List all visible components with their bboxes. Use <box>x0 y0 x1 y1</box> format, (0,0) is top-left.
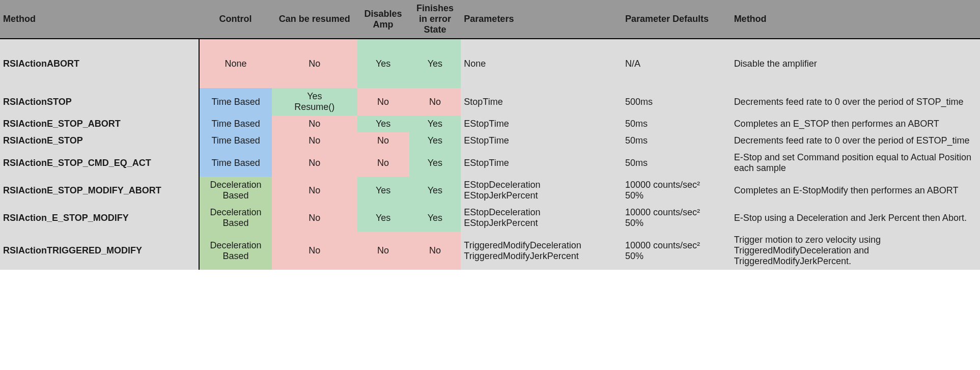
method-name: RSIActionE_STOP_ABORT <box>0 116 199 132</box>
header-finishes: Finishes in error State <box>409 0 461 39</box>
header-disables: Disables Amp <box>357 0 409 39</box>
cell-disables: Yes <box>357 177 409 204</box>
cell-disables: No <box>357 232 409 270</box>
cell-defaults: N/A <box>622 39 731 88</box>
method-name: RSIActionE_STOP_MODIFY_ABORT <box>0 177 199 204</box>
cell-control: None <box>199 39 272 88</box>
cell-resumed: No <box>272 132 357 149</box>
header-method: Method <box>0 0 199 39</box>
cell-control: DecelerationBased <box>199 204 272 232</box>
cell-defaults: 500ms <box>622 88 731 116</box>
cell-defaults: 50ms <box>622 132 731 149</box>
cell-description: E-Stop and set Command position equal to… <box>731 149 980 177</box>
cell-control: DecelerationBased <box>199 232 272 270</box>
method-name: RSIActionTRIGGERED_MODIFY <box>0 232 199 270</box>
methods-table: Method Control Can be resumed Disables A… <box>0 0 980 270</box>
cell-disables: Yes <box>357 39 409 88</box>
cell-resumed: No <box>272 204 357 232</box>
cell-defaults: 50ms <box>622 149 731 177</box>
table-row: RSIActionE_STOP_MODIFY_ABORTDeceleration… <box>0 177 980 204</box>
cell-parameters: EStopTime <box>461 149 622 177</box>
cell-resumed: No <box>272 39 357 88</box>
cell-finishes: Yes <box>409 204 461 232</box>
cell-control: Time Based <box>199 149 272 177</box>
cell-description: E-Stop using a Deceleration and Jerk Per… <box>731 204 980 232</box>
cell-description: Completes an E_STOP then performes an AB… <box>731 116 980 132</box>
method-name: RSIActionE_STOP <box>0 132 199 149</box>
header-params: Parameters <box>461 0 622 39</box>
cell-disables: No <box>357 132 409 149</box>
table-row: RSIActionE_STOP_CMD_EQ_ACTTime BasedNoNo… <box>0 149 980 177</box>
cell-finishes: Yes <box>409 149 461 177</box>
cell-disables: Yes <box>357 204 409 232</box>
cell-parameters: EStopTime <box>461 132 622 149</box>
cell-defaults: 50ms <box>622 116 731 132</box>
cell-control: Time Based <box>199 116 272 132</box>
cell-disables: No <box>357 149 409 177</box>
table-row: RSIActionE_STOP_ABORTTime BasedNoYesYesE… <box>0 116 980 132</box>
cell-defaults: 10000 counts/sec²50% <box>622 232 731 270</box>
method-name: RSIActionABORT <box>0 39 199 88</box>
cell-parameters: None <box>461 39 622 88</box>
cell-finishes: Yes <box>409 116 461 132</box>
table-row: RSIActionTRIGGERED_MODIFYDecelerationBas… <box>0 232 980 270</box>
cell-finishes: Yes <box>409 132 461 149</box>
table-row: RSIAction_E_STOP_MODIFYDecelerationBased… <box>0 204 980 232</box>
cell-finishes: No <box>409 88 461 116</box>
cell-finishes: No <box>409 232 461 270</box>
table-row: RSIActionABORTNoneNoYesYesNoneN/ADisable… <box>0 39 980 88</box>
cell-disables: No <box>357 88 409 116</box>
cell-parameters: TriggeredModifyDecelerationTriggeredModi… <box>461 232 622 270</box>
cell-description: Decrements feed rate to 0 over the perio… <box>731 88 980 116</box>
table-row: RSIActionSTOPTime BasedYesResume()NoNoSt… <box>0 88 980 116</box>
cell-parameters: EStopDecelerationEStopJerkPercent <box>461 204 622 232</box>
cell-description: Disable the amplifier <box>731 39 980 88</box>
cell-resumed: No <box>272 116 357 132</box>
cell-disables: Yes <box>357 116 409 132</box>
cell-description: Trigger motion to zero velocity using Tr… <box>731 232 980 270</box>
cell-control: DecelerationBased <box>199 177 272 204</box>
cell-resumed: YesResume() <box>272 88 357 116</box>
cell-resumed: No <box>272 149 357 177</box>
method-name: RSIActionE_STOP_CMD_EQ_ACT <box>0 149 199 177</box>
cell-control: Time Based <box>199 132 272 149</box>
method-name: RSIAction_E_STOP_MODIFY <box>0 204 199 232</box>
table-row: RSIActionE_STOPTime BasedNoNoYesEStopTim… <box>0 132 980 149</box>
header-control: Control <box>199 0 272 39</box>
cell-defaults: 10000 counts/sec²50% <box>622 204 731 232</box>
cell-finishes: Yes <box>409 177 461 204</box>
cell-resumed: No <box>272 232 357 270</box>
header-desc: Method <box>731 0 980 39</box>
header-defaults: Parameter Defaults <box>622 0 731 39</box>
cell-parameters: EStopDecelerationEStopJerkPercent <box>461 177 622 204</box>
method-name: RSIActionSTOP <box>0 88 199 116</box>
cell-description: Completes an E-StopModify then performes… <box>731 177 980 204</box>
cell-resumed: No <box>272 177 357 204</box>
cell-description: Decrements feed rate to 0 over the perio… <box>731 132 980 149</box>
cell-finishes: Yes <box>409 39 461 88</box>
cell-control: Time Based <box>199 88 272 116</box>
header-resumed: Can be resumed <box>272 0 357 39</box>
cell-defaults: 10000 counts/sec²50% <box>622 177 731 204</box>
cell-parameters: StopTime <box>461 88 622 116</box>
cell-parameters: EStopTime <box>461 116 622 132</box>
header-row: Method Control Can be resumed Disables A… <box>0 0 980 39</box>
